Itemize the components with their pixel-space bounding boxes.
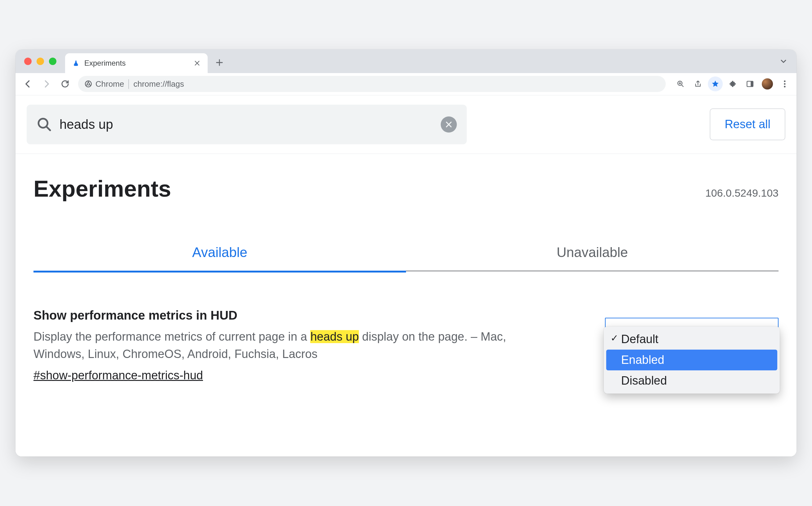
experiment-hash-link[interactable]: #show-performance-metrics-hud xyxy=(33,369,203,382)
page-title: Experiments xyxy=(33,176,171,202)
chrome-version: 106.0.5249.103 xyxy=(706,187,779,199)
reset-all-button[interactable]: Reset all xyxy=(710,108,785,140)
experiment-text: Show performance metrics in HUD Display … xyxy=(33,309,560,382)
address-bar[interactable]: Chrome chrome://flags xyxy=(78,76,666,92)
experiment-description: Display the performance metrics of curre… xyxy=(33,328,560,363)
category-tabs: Available Unavailable xyxy=(33,236,779,271)
minimize-window-button[interactable] xyxy=(36,58,44,65)
svg-point-7 xyxy=(784,86,785,87)
svg-point-6 xyxy=(784,83,785,85)
experiment-select[interactable]: Default Enabled Disabled xyxy=(605,318,779,338)
browser-tab[interactable]: Experiments xyxy=(65,53,208,73)
window-controls xyxy=(24,58,56,65)
reload-button[interactable] xyxy=(57,76,73,92)
tab-available[interactable]: Available xyxy=(33,236,406,271)
flask-icon xyxy=(73,60,79,67)
search-input[interactable] xyxy=(60,117,433,132)
new-tab-button[interactable] xyxy=(213,56,226,69)
overflow-menu-icon[interactable] xyxy=(777,77,792,91)
maximize-window-button[interactable] xyxy=(49,58,56,65)
option-default[interactable]: Default xyxy=(606,329,777,350)
back-button[interactable] xyxy=(20,76,36,92)
site-chip[interactable]: Chrome xyxy=(84,79,129,89)
forward-button[interactable] xyxy=(39,76,55,92)
flags-page: Reset all Experiments 106.0.5249.103 Ava… xyxy=(15,95,797,456)
tab-title: Experiments xyxy=(84,59,188,68)
option-enabled[interactable]: Enabled xyxy=(606,350,777,370)
clear-search-icon[interactable] xyxy=(441,116,457,133)
toolbar-actions xyxy=(673,77,792,91)
tab-unavailable[interactable]: Unavailable xyxy=(406,236,779,271)
zoom-icon[interactable] xyxy=(673,77,688,91)
svg-point-1 xyxy=(87,83,89,85)
toolbar: Chrome chrome://flags xyxy=(15,73,797,95)
side-panel-icon[interactable] xyxy=(743,77,757,91)
tab-strip: Experiments xyxy=(15,50,797,73)
extensions-icon[interactable] xyxy=(725,77,740,91)
search-icon xyxy=(36,117,52,132)
option-disabled[interactable]: Disabled xyxy=(606,370,777,391)
search-highlight: heads up xyxy=(310,330,359,343)
share-icon[interactable] xyxy=(690,77,706,91)
svg-point-5 xyxy=(784,81,785,82)
site-chip-label: Chrome xyxy=(95,79,124,89)
experiment-title: Show performance metrics in HUD xyxy=(33,309,560,322)
search-box[interactable] xyxy=(27,105,467,144)
bookmark-star-icon[interactable] xyxy=(708,77,723,91)
tabstrip-chevron-icon[interactable] xyxy=(779,57,788,66)
profile-avatar[interactable] xyxy=(760,77,775,91)
close-window-button[interactable] xyxy=(24,58,31,65)
browser-window: Experiments Chrome chrome://flags xyxy=(15,50,797,456)
svg-rect-4 xyxy=(751,81,753,87)
search-row: Reset all xyxy=(15,95,797,154)
url-text: chrome://flags xyxy=(133,79,184,89)
experiment-row: Show performance metrics in HUD Display … xyxy=(15,271,797,401)
page-header: Experiments 106.0.5249.103 xyxy=(15,154,797,202)
close-tab-icon[interactable] xyxy=(193,59,202,68)
select-dropdown: Default Enabled Disabled xyxy=(604,326,780,394)
